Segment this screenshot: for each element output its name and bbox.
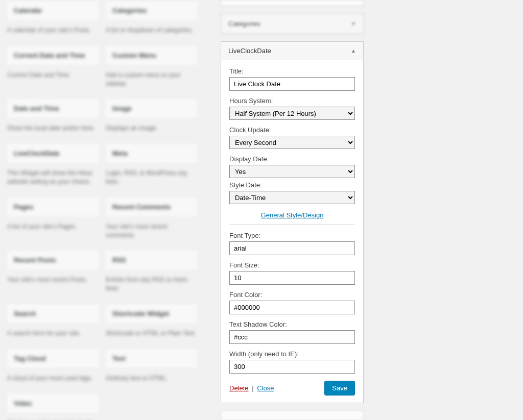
general-style-link[interactable]: General Style/Design [261,211,324,219]
available-widget-desc: This Widget will show the Hexa website s… [6,164,100,191]
chevron-up-icon: ▲ [351,48,356,54]
available-widget-title: Categories [105,0,198,21]
available-widget[interactable]: SearchA search form for your site. [6,303,100,343]
widget-form: Title: Hours System: Half System (Per 12… [221,60,363,403]
available-widget-title: LiveClockDate [6,143,100,164]
available-widget-desc: A cloud of your most used tags. [6,369,100,388]
available-widget[interactable]: TextArbitrary text or HTML. [105,348,198,388]
available-widget-title: Image [105,98,198,119]
label-width: Width (only need to IE): [229,350,355,358]
available-widget[interactable]: LiveClockDateThis Widget will show the H… [6,143,100,191]
hours-system-select[interactable]: Half System (Per 12 Hours) [229,107,355,120]
label-title: Title: [229,67,355,75]
available-widget-title: Meta [105,143,198,164]
widget-header-toggle[interactable]: LiveClockDate ▲ [221,42,363,60]
available-widget-desc: Your site's most recent Posts. [6,270,100,289]
available-widget[interactable]: Current Date and TimeCurrent Date and Ti… [6,45,100,93]
widget-title: LiveClockDate [228,47,271,55]
available-widget-title: Calendar [6,0,100,21]
available-widget-title: Shortcode Widget [105,303,198,324]
title-input[interactable] [229,77,355,91]
available-widget-title: Recent Comments [105,196,198,217]
available-widget[interactable]: Custom MenuAdd a custom menu to your sid… [105,45,198,93]
available-widget-title: Current Date and Time [6,45,100,66]
chevron-down-icon: ▼ [351,21,356,27]
section-divider: General Style/Design [229,211,355,225]
style-date-select[interactable]: Date-Time [229,191,355,204]
available-widget[interactable]: Recent PostsYour site's most recent Post… [6,250,100,298]
separator: | [252,384,253,392]
label-style-date: Style Date: [229,181,355,189]
available-widget[interactable]: Recent CommentsYour site's most recent c… [105,196,198,245]
available-widget[interactable]: Date and TimeShow the local date and/or … [6,98,100,138]
available-widget-title: Recent Posts [6,250,100,270]
available-widget-desc: Show the local date and/or time. [6,119,100,138]
available-widget-desc: A list or dropdown of categories. [105,21,198,40]
width-input[interactable] [229,360,355,374]
available-widgets-panel: CalendarA calendar of your site's Posts.… [0,0,204,420]
available-widget-title: Custom Menu [105,45,198,66]
clock-update-select[interactable]: Every Second [229,136,355,149]
available-widget-title: Video [6,393,100,414]
available-widget[interactable]: Tag CloudA cloud of your most used tags. [6,348,100,388]
label-font-color: Font Color: [229,291,355,299]
collapsed-widget-categories[interactable]: Categories ▼ [221,13,364,34]
available-widget-desc: Shortcode or HTML or Plain Text. [105,324,198,343]
available-widget[interactable]: CategoriesA list or dropdown of categori… [105,0,198,40]
available-widget-desc: Displays an image. [105,119,198,138]
available-widget-desc: Displays a video from the media library … [6,414,100,420]
font-color-input[interactable] [229,301,355,314]
available-widget[interactable]: Shortcode WidgetShortcode or HTML or Pla… [105,303,198,343]
label-display-date: Display Date: [229,155,355,163]
available-widget[interactable]: CalendarA calendar of your site's Posts. [6,0,100,40]
close-link[interactable]: Close [257,384,274,392]
available-widget-desc: A search form for your site. [6,324,100,343]
available-widget-title: Date and Time [6,98,100,119]
available-widget-desc: A list of your site's Pages. [6,217,100,236]
text-shadow-input[interactable] [229,330,355,344]
font-type-input[interactable] [229,241,355,255]
collapsed-widget-label: Categories [228,20,260,28]
available-widget[interactable]: RSSEntries from any RSS or Atom feed. [105,250,198,298]
available-widget-desc: Login, RSS, & WordPress.org links. [105,164,198,191]
label-font-size: Font Size: [229,261,355,269]
collapsed-widget-top [221,0,364,6]
label-clock-update: Clock Update: [229,126,355,134]
available-widget[interactable]: PagesA list of your site's Pages. [6,196,100,245]
display-date-select[interactable]: Yes [229,165,355,178]
available-widget-desc: Current Date and Time [6,66,100,85]
available-widget-title: RSS [105,250,198,270]
collapsed-widget-bottom [221,410,364,420]
available-widget-desc: Add a custom menu to your sidebar. [105,66,198,93]
save-button[interactable]: Save [324,381,355,396]
widget-area-panel: Categories ▼ LiveClockDate ▲ Title: Hour… [221,0,364,420]
font-size-input[interactable] [229,271,355,285]
available-widget-desc: Arbitrary text or HTML. [105,369,198,388]
available-widget-title: Pages [6,196,100,217]
available-widget[interactable]: MetaLogin, RSS, & WordPress.org links. [105,143,198,191]
delete-link[interactable]: Delete [229,384,249,392]
available-widget-desc: A calendar of your site's Posts. [6,21,100,40]
available-widget-title: Tag Cloud [6,348,100,369]
label-text-shadow: Text Shadow Color: [229,320,355,328]
available-widget-desc: Your site's most recent comments. [105,217,198,245]
available-widget-desc: Entries from any RSS or Atom feed. [105,270,198,298]
footer-links: Delete | Close [229,384,274,392]
available-widget[interactable]: ImageDisplays an image. [105,98,198,138]
label-font-type: Font Type: [229,232,355,239]
widget-footer: Delete | Close Save [229,381,355,396]
label-hours-system: Hours System: [229,97,355,105]
available-widget[interactable]: VideoDisplays a video from the media lib… [6,393,100,420]
available-widget-title: Search [6,303,100,324]
available-widget-title: Text [105,348,198,369]
widget-liveclockdate: LiveClockDate ▲ Title: Hours System: Hal… [221,41,364,403]
